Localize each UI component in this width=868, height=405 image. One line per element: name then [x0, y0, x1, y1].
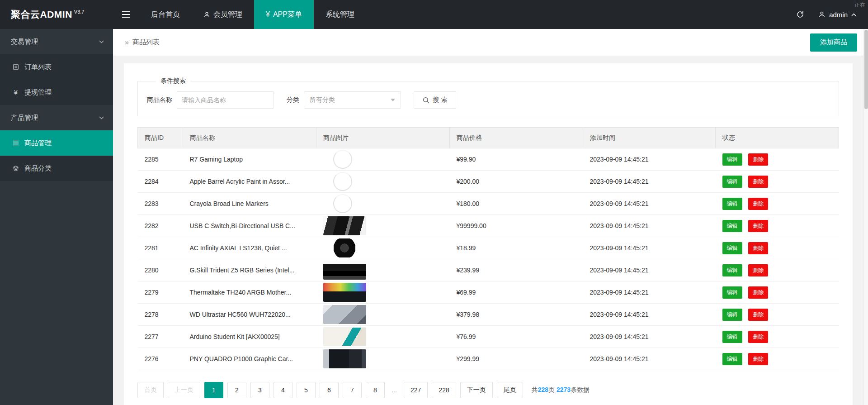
- cell-status: 编辑 删除: [716, 259, 839, 281]
- delete-button[interactable]: 删除: [748, 264, 768, 276]
- product-image: [333, 194, 352, 213]
- cell-product-id: 2284: [138, 171, 183, 193]
- nav-item-app-menu[interactable]: ¥ APP菜单: [254, 0, 314, 29]
- category-label: 分类: [287, 96, 299, 104]
- cell-product-price: ¥99.90: [450, 148, 583, 171]
- sidebar-item-order-list[interactable]: 订单列表: [0, 54, 113, 80]
- products-table: 商品ID 商品名称 商品图片 商品价格 添加时间 状态 2285 R7 Gami…: [137, 127, 839, 370]
- cell-product-price: ¥76.99: [450, 326, 583, 348]
- product-image: [323, 261, 366, 280]
- sidebar-group-product[interactable]: 产品管理: [0, 105, 113, 130]
- search-button[interactable]: 搜 索: [414, 91, 456, 109]
- edit-button[interactable]: 编辑: [722, 264, 742, 276]
- cell-product-image: [316, 326, 450, 348]
- cell-added-time: 2023-09-09 14:45:21: [583, 348, 716, 370]
- col-header-status: 状态: [716, 128, 839, 148]
- cell-product-name: AC Infinity AXIAL LS1238, Quiet ...: [183, 237, 316, 259]
- delete-button[interactable]: 删除: [748, 153, 768, 166]
- person-icon: [203, 11, 210, 18]
- edit-button[interactable]: 编辑: [722, 176, 742, 188]
- cell-product-image: [316, 171, 450, 193]
- pagination-prev[interactable]: 上一页: [168, 382, 200, 398]
- delete-button[interactable]: 删除: [748, 242, 768, 254]
- table-row: 2283 Crayola Broad Line Markers ¥180.00 …: [138, 193, 839, 215]
- pagination-page-4[interactable]: 4: [274, 382, 292, 398]
- cell-product-image: [316, 148, 450, 171]
- sidebar-item-label: 提现管理: [24, 88, 52, 97]
- product-image: [323, 216, 366, 235]
- pagination-page-7[interactable]: 7: [343, 382, 362, 398]
- cell-product-price: ¥69.99: [450, 281, 583, 304]
- product-name-input[interactable]: [177, 91, 274, 109]
- cell-product-name: USB C Switch,Bi-Directional USB C...: [183, 215, 316, 237]
- hamburger-icon: [122, 11, 130, 18]
- cell-product-image: [316, 281, 450, 304]
- delete-button[interactable]: 删除: [748, 353, 768, 365]
- edit-button[interactable]: 编辑: [722, 331, 742, 343]
- refresh-button[interactable]: [788, 0, 812, 29]
- pagination-page-3[interactable]: 3: [250, 382, 269, 398]
- username: admin: [829, 11, 848, 19]
- page-scrollbar[interactable]: [863, 29, 868, 405]
- scrollbar-thumb[interactable]: [864, 30, 868, 109]
- pagination-first[interactable]: 首页: [137, 382, 164, 398]
- col-header-added-time: 添加时间: [583, 128, 716, 148]
- pagination-page-8[interactable]: 8: [366, 382, 385, 398]
- delete-button[interactable]: 删除: [748, 176, 768, 188]
- cell-added-time: 2023-09-09 14:45:21: [583, 304, 716, 326]
- product-image: [333, 172, 352, 191]
- pagination-page-6[interactable]: 6: [320, 382, 339, 398]
- layers-icon: [12, 165, 20, 172]
- pagination-page-2[interactable]: 2: [227, 382, 246, 398]
- sidebar-item-goods-category[interactable]: 商品分类: [0, 156, 113, 181]
- pagination-next[interactable]: 下一页: [460, 382, 493, 398]
- topbar-spacer: [366, 0, 788, 29]
- edit-button[interactable]: 编辑: [722, 242, 742, 254]
- pagination-page-1[interactable]: 1: [204, 382, 223, 398]
- collapse-menu-button[interactable]: [113, 0, 139, 29]
- pagination-last[interactable]: 尾页: [497, 382, 523, 398]
- sidebar-item-goods-manage[interactable]: 商品管理: [0, 130, 113, 156]
- cell-product-id: 2280: [138, 259, 183, 281]
- search-form: 商品名称 分类 所有分类 搜 索: [147, 91, 830, 109]
- app-version: V3.7: [74, 9, 85, 14]
- top-nav: 后台首页 会员管理 ¥ APP菜单 系统管理: [139, 0, 366, 29]
- layout: 交易管理 订单列表 ¥ 提现管理 产品管理 商品管理: [0, 29, 868, 405]
- pagination-ellipsis: ...: [389, 382, 400, 398]
- edit-button[interactable]: 编辑: [722, 353, 742, 365]
- pagination-page-5[interactable]: 5: [297, 382, 316, 398]
- pagination-page-228[interactable]: 228: [432, 382, 456, 398]
- table-row: 2281 AC Infinity AXIAL LS1238, Quiet ...…: [138, 237, 839, 259]
- product-image: [323, 283, 366, 302]
- cell-product-name: Arduino Student Kit [AKX00025]: [183, 326, 316, 348]
- nav-item-dashboard[interactable]: 后台首页: [139, 0, 192, 29]
- delete-button[interactable]: 删除: [748, 220, 768, 232]
- delete-button[interactable]: 删除: [748, 331, 768, 343]
- cell-product-image: [316, 348, 450, 370]
- cell-product-name: R7 Gaming Laptop: [183, 148, 316, 171]
- chevron-down-icon: [99, 116, 104, 119]
- delete-button[interactable]: 删除: [748, 286, 768, 299]
- edit-button[interactable]: 编辑: [722, 153, 742, 166]
- total-pages: 228: [538, 386, 548, 393]
- edit-button[interactable]: 编辑: [722, 286, 742, 299]
- delete-button[interactable]: 删除: [748, 309, 768, 321]
- search-fieldset: 条件搜索 商品名称 分类 所有分类 搜 索: [137, 77, 839, 116]
- delete-button[interactable]: 删除: [748, 198, 768, 210]
- nav-item-members[interactable]: 会员管理: [192, 0, 254, 29]
- col-header-product-id: 商品ID: [138, 128, 183, 148]
- edit-button[interactable]: 编辑: [722, 309, 742, 321]
- category-select[interactable]: 所有分类: [304, 91, 401, 109]
- add-product-button[interactable]: 添加商品: [810, 33, 857, 52]
- edit-button[interactable]: 编辑: [722, 198, 742, 210]
- cell-added-time: 2023-09-09 14:45:21: [583, 148, 716, 171]
- pagination-page-227[interactable]: 227: [404, 382, 428, 398]
- edit-button[interactable]: 编辑: [722, 220, 742, 232]
- sidebar-item-withdraw[interactable]: ¥ 提现管理: [0, 80, 113, 105]
- cell-status: 编辑 删除: [716, 281, 839, 304]
- main-content: » 商品列表 添加商品 条件搜索 商品名称 分类 所有分类: [113, 29, 868, 405]
- sidebar-group-trade[interactable]: 交易管理: [0, 29, 113, 54]
- cell-product-id: 2278: [138, 304, 183, 326]
- nav-item-system[interactable]: 系统管理: [314, 0, 366, 29]
- category-select-value: 所有分类: [310, 96, 335, 104]
